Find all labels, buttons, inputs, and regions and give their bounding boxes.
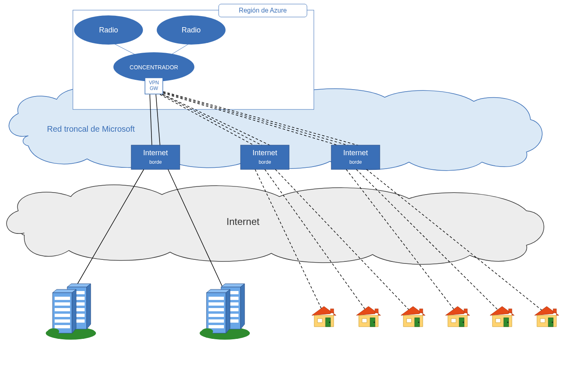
internet-edge-2: Internet borde — [241, 145, 289, 169]
svg-rect-25 — [55, 314, 70, 317]
internet-edge-1: Internet borde — [131, 145, 180, 169]
office-building-1 — [46, 284, 96, 340]
svg-point-50 — [237, 329, 249, 336]
edge3-sub: borde — [349, 159, 362, 165]
vpn-gw: VPN GW — [145, 78, 163, 94]
svg-point-28 — [48, 328, 59, 335]
svg-point-29 — [83, 329, 95, 336]
svg-rect-24 — [55, 308, 70, 311]
internet-edge-3: Internet borde — [331, 145, 380, 169]
edge1-sub: borde — [149, 159, 162, 165]
hub: CONCENTRADOR — [113, 52, 194, 81]
svg-marker-12 — [87, 284, 91, 329]
svg-rect-43 — [209, 297, 224, 300]
internet-cloud: Internet — [6, 185, 544, 264]
svg-rect-44 — [209, 302, 224, 306]
svg-rect-23 — [55, 302, 70, 306]
svg-marker-42 — [226, 289, 230, 333]
house-1 — [312, 306, 336, 327]
vpn-gw-line1: VPN — [149, 80, 159, 86]
edge3-title: Internet — [343, 149, 368, 157]
house-5 — [490, 306, 514, 327]
svg-marker-21 — [72, 289, 76, 333]
spoke-left: Radio — [74, 15, 143, 45]
svg-rect-45 — [209, 308, 224, 311]
spoke-left-label: Radio — [99, 26, 118, 34]
svg-rect-47 — [209, 319, 224, 323]
svg-rect-48 — [209, 325, 224, 328]
house-2 — [356, 306, 381, 327]
svg-rect-46 — [209, 314, 224, 317]
house-4 — [445, 306, 470, 327]
house-3 — [401, 306, 425, 327]
svg-rect-22 — [55, 297, 70, 300]
svg-marker-33 — [241, 284, 245, 329]
edge2-sub: borde — [259, 159, 271, 165]
azure-region-label: Región de Azure — [239, 7, 287, 14]
house-6 — [535, 306, 559, 327]
internet-label: Internet — [226, 216, 260, 227]
edge2-title: Internet — [252, 149, 277, 157]
vpn-gw-line2: GW — [150, 86, 158, 91]
spoke-right: Radio — [157, 15, 226, 45]
svg-rect-27 — [55, 325, 70, 328]
hub-label: CONCENTRADOR — [130, 64, 178, 71]
edge1-title: Internet — [143, 149, 168, 157]
office-building-2 — [200, 284, 250, 340]
backbone-label: Red troncal de Microsoft — [47, 124, 135, 133]
spoke-right-label: Radio — [181, 26, 200, 34]
svg-point-49 — [202, 328, 213, 335]
svg-rect-26 — [55, 319, 70, 323]
